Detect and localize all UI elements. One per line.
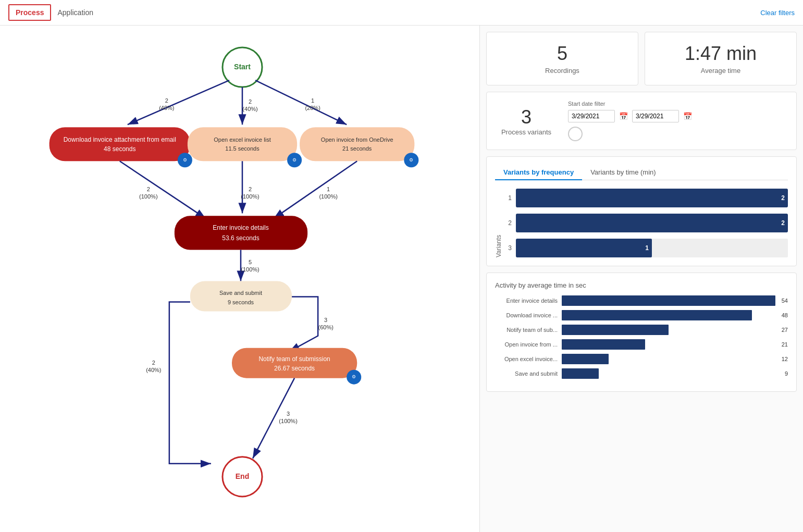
edge-sublabel-ex-enter: (100%) [241,193,259,200]
edge-sublabel-od-enter: (100%) [319,193,337,200]
enter-invoice-label-2: 53.6 seconds [222,234,259,242]
stats-row: 5 Recordings 1:47 min Average time [486,32,797,85]
edge-sublabel-save-end: (40%) [146,367,161,373]
edge-label-start-download: 2 [165,97,168,104]
onedrive-label-2: 21 seconds [342,145,372,152]
tab-application[interactable]: Application [51,5,100,20]
onedrive-robot-icon: ⚙ [409,157,413,163]
tab-process[interactable]: Process [8,4,51,21]
edge-label-start-onedrive: 1 [311,97,314,104]
bar-fill-2: 2 [516,214,788,232]
bar-fill-1: 2 [516,189,788,207]
flow-diagram: Start 2 (40%) 2 (40%) 1 (20%) Download i… [0,26,479,532]
bars-section: 1 2 2 2 3 1 [504,189,788,257]
date-filter-section: Start date filter 📅 📅 [568,101,788,141]
chart-tabs: Variants by frequency Variants by time (… [495,165,788,180]
save-submit-node[interactable] [190,281,292,312]
activity-bar-container-3 [562,325,775,335]
notify-label-1: Notify team of submission [258,355,330,363]
average-time-card: 1:47 min Average time [645,32,797,85]
activity-row-5: Open excel invoice... 12 [495,354,788,364]
variants-chart-card: Variants by frequency Variants by time (… [486,156,797,266]
variant-bar-3: 3 1 [504,239,788,257]
variants-count-label: Process variants [495,128,558,136]
activity-label-6: Save and submit [495,370,558,377]
download-node[interactable] [50,127,190,161]
activity-bar-value-4: 21 [782,341,788,348]
edge-label-save-notify: 3 [324,317,327,323]
edge-label-ex-enter: 2 [249,186,252,192]
excel-robot-icon: ⚙ [292,157,297,163]
edge-save-notify [289,297,318,352]
activity-label-1: Enter invoice details [495,298,558,304]
variants-chart-area: Variants 1 2 2 2 3 [495,189,788,257]
tab-variants-frequency[interactable]: Variants by frequency [495,165,582,180]
activity-bar-value-6: 9 [785,370,788,377]
notify-node[interactable] [232,348,357,378]
activity-bar-fill-1 [562,295,775,306]
edge-label-od-enter: 1 [327,186,330,192]
activity-label-5: Open excel invoice... [495,356,558,362]
edge-sublabel-notify-end: (100%) [279,418,297,424]
tab-variants-time[interactable]: Variants by time (min) [582,165,664,180]
edge-label-enter-save: 5 [249,259,252,265]
bar-container-1: 2 [516,189,788,207]
activity-label-2: Download invoice ... [495,312,558,318]
edge-label-start-excel: 2 [249,98,252,105]
calendar-from-icon[interactable]: 📅 [619,112,628,120]
excel-label-2: 11.5 seconds [225,145,260,152]
edge-start-download [128,80,229,125]
clear-filters-button[interactable]: Clear filters [760,9,795,17]
activity-bar-fill-5 [562,354,609,364]
activity-bar-value-3: 27 [782,327,788,333]
activity-bar-container-5 [562,354,775,364]
edge-sublabel-save-notify: (60%) [318,324,333,330]
edge-sublabel-dl-enter: (100%) [139,193,157,200]
activity-chart-title: Activity by average time in sec [495,281,788,289]
download-label-1: Download invoice attachment from email [64,136,176,143]
left-panel: Start 2 (40%) 2 (40%) 1 (20%) Download i… [0,26,480,532]
top-nav: Process Application Clear filters [0,0,803,26]
edge-sublabel-start-excel: (40%) [242,106,257,112]
date-from-input[interactable] [568,110,615,122]
activity-label-3: Notify team of sub... [495,327,558,333]
average-time-label: Average time [656,67,786,75]
edge-start-onedrive [255,80,347,125]
edge-onedrive-enter [274,161,357,218]
activity-bar-value-1: 54 [782,298,788,304]
activity-bar-container-1 [562,295,775,306]
variants-date-card: 3 Process variants Start date filter 📅 📅 [486,92,797,150]
activity-row-2: Download invoice ... 48 [495,310,788,320]
bar-container-3: 1 [516,239,788,257]
enter-invoice-node[interactable] [175,216,307,250]
activity-bar-value-2: 48 [782,312,788,318]
edge-label-dl-enter: 2 [147,186,150,192]
activity-bar-container-6 [562,368,779,379]
variants-count-value: 3 [495,106,558,128]
onedrive-node[interactable] [300,127,414,161]
main-container: Start 2 (40%) 2 (40%) 1 (20%) Download i… [0,26,803,532]
bar-y-label-3: 3 [504,244,512,252]
notify-robot-icon: ⚙ [352,374,356,379]
calendar-to-icon[interactable]: 📅 [683,112,692,120]
average-time-value: 1:47 min [656,43,786,65]
recordings-label: Recordings [497,67,627,75]
onedrive-label-1: Open invoice from OneDrive [321,137,393,143]
toggle-circle[interactable] [568,127,583,141]
edge-sublabel-enter-save: (100%) [241,266,259,273]
activity-bar-fill-2 [562,310,752,320]
edge-label-save-end: 2 [152,360,155,366]
date-filter-label: Start date filter [568,101,788,107]
activity-bar-container-2 [562,310,775,320]
date-to-input[interactable] [632,110,679,122]
activity-chart-card: Activity by average time in sec Enter in… [486,273,797,392]
bar-y-label-1: 1 [504,194,512,202]
download-robot-icon: ⚙ [183,157,187,163]
edge-sublabel-start-onedrive: (20%) [305,105,320,111]
activity-label-4: Open invoice from ... [495,341,558,348]
edge-sublabel-start-download: (40%) [159,105,174,111]
excel-node[interactable] [188,127,297,161]
activity-bar-container-4 [562,339,775,350]
activity-row-4: Open invoice from ... 21 [495,339,788,350]
activity-bar-fill-3 [562,325,669,335]
